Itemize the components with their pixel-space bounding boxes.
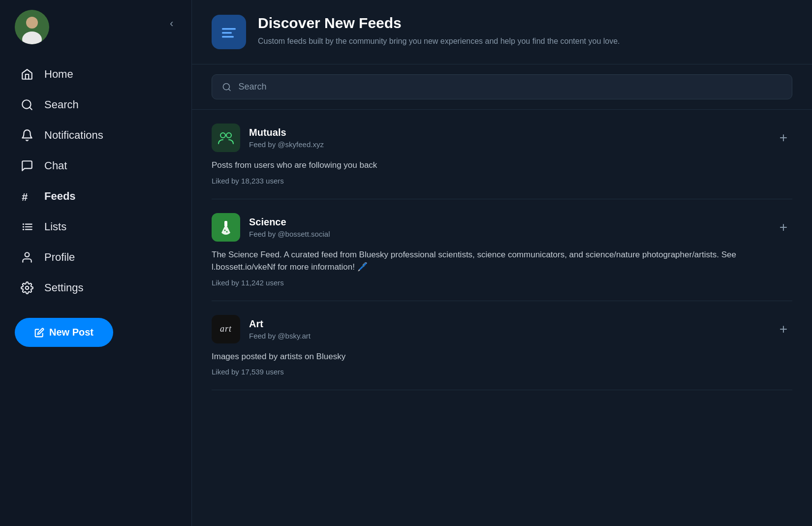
- feed-info-art: art Art Feed by @bsky.art: [212, 315, 311, 343]
- sidebar-item-home-label: Home: [44, 68, 73, 81]
- feed-avatar-science: [212, 213, 240, 242]
- svg-point-21: [226, 133, 231, 138]
- svg-point-20: [220, 133, 225, 138]
- svg-point-24: [226, 231, 228, 232]
- sidebar-item-profile-label: Profile: [44, 251, 75, 264]
- svg-point-23: [224, 229, 226, 231]
- sidebar-item-search-label: Search: [44, 98, 79, 111]
- feed-item-art: art Art Feed by @bsky.art + Images poste…: [212, 301, 792, 391]
- feed-by-mutuals: Feed by @skyfeed.xyz: [249, 140, 324, 149]
- page-description: Custom feeds built by the community brin…: [258, 35, 620, 47]
- svg-point-9: [23, 229, 24, 230]
- feed-by-science: Feed by @bossett.social: [249, 230, 330, 238]
- notifications-icon: [20, 128, 34, 143]
- feed-description-art: Images posted by artists on Bluesky: [212, 350, 792, 363]
- collapse-button[interactable]: ‹: [167, 15, 176, 32]
- discover-feeds-icon: [212, 15, 246, 49]
- sidebar-item-settings-label: Settings: [44, 281, 84, 294]
- sidebar-item-settings[interactable]: Settings: [15, 273, 177, 303]
- search-icon: [20, 97, 34, 112]
- feed-avatar-art: art: [212, 315, 240, 343]
- svg-line-19: [228, 89, 230, 91]
- sidebar-item-chat[interactable]: Chat: [15, 151, 177, 181]
- home-icon: [20, 67, 34, 82]
- svg-text:#: #: [22, 191, 28, 203]
- main-content: Discover New Feeds Custom feeds built by…: [192, 0, 812, 526]
- add-button-art[interactable]: +: [775, 319, 792, 340]
- add-button-mutuals[interactable]: +: [775, 127, 792, 148]
- svg-point-7: [23, 223, 24, 225]
- sidebar-item-notifications[interactable]: Notifications: [15, 120, 177, 151]
- svg-point-8: [23, 226, 24, 227]
- new-post-label: New Post: [49, 327, 94, 338]
- avatar[interactable]: [15, 10, 49, 44]
- feed-name-mutuals: Mutuals: [249, 127, 324, 138]
- sidebar-item-notifications-label: Notifications: [44, 129, 103, 142]
- feeds-icon: #: [20, 189, 34, 204]
- page-header: Discover New Feeds Custom feeds built by…: [192, 0, 812, 64]
- svg-rect-16: [222, 32, 232, 34]
- feed-info-mutuals: Mutuals Feed by @skyfeed.xyz: [212, 124, 324, 152]
- feed-item-science: Science Feed by @bossett.social + The Sc…: [212, 199, 792, 301]
- sidebar-item-feeds[interactable]: # Feeds: [15, 181, 177, 212]
- feed-name-art: Art: [249, 318, 311, 330]
- feed-likes-science: Liked by 11,242 users: [212, 278, 792, 287]
- feed-header-art: art Art Feed by @bsky.art +: [212, 315, 792, 343]
- feed-info-science: Science Feed by @bossett.social: [212, 213, 330, 242]
- feed-item-mutuals: Mutuals Feed by @skyfeed.xyz + Posts fro…: [212, 110, 792, 199]
- profile-icon: [20, 250, 34, 265]
- sidebar-item-lists[interactable]: Lists: [15, 212, 177, 242]
- feed-avatar-mutuals: [212, 124, 240, 152]
- svg-rect-22: [224, 221, 227, 227]
- feed-text-mutuals: Mutuals Feed by @skyfeed.xyz: [249, 127, 324, 149]
- search-container: [192, 64, 812, 110]
- search-box: [212, 74, 792, 99]
- header-text: Discover New Feeds Custom feeds built by…: [258, 15, 620, 47]
- sidebar-item-lists-label: Lists: [44, 220, 66, 233]
- feed-likes-art: Liked by 17,539 users: [212, 368, 792, 376]
- sidebar: ‹ Home: [0, 0, 192, 526]
- sidebar-item-search[interactable]: Search: [15, 90, 177, 120]
- feed-likes-mutuals: Liked by 18,233 users: [212, 177, 792, 185]
- svg-rect-15: [222, 28, 236, 30]
- sidebar-nav: Home Search Notifications: [15, 59, 177, 303]
- lists-icon: [20, 219, 34, 234]
- new-post-button[interactable]: New Post: [15, 318, 113, 347]
- svg-line-5: [30, 107, 32, 110]
- sidebar-item-home[interactable]: Home: [15, 59, 177, 90]
- feed-header-science: Science Feed by @bossett.social +: [212, 213, 792, 242]
- search-box-icon: [222, 82, 231, 92]
- svg-point-14: [26, 286, 29, 290]
- sidebar-item-profile[interactable]: Profile: [15, 242, 177, 273]
- edit-icon: [34, 328, 44, 338]
- svg-point-3: [27, 17, 37, 28]
- settings-icon: [20, 280, 34, 295]
- chat-icon: [20, 158, 34, 173]
- sidebar-item-feeds-label: Feeds: [44, 190, 76, 203]
- feed-name-science: Science: [249, 217, 330, 228]
- feed-description-science: The Science Feed. A curated feed from Bl…: [212, 248, 792, 274]
- feed-list: Mutuals Feed by @skyfeed.xyz + Posts fro…: [192, 110, 812, 390]
- svg-point-13: [25, 252, 30, 257]
- search-input[interactable]: [238, 82, 782, 92]
- feed-header-mutuals: Mutuals Feed by @skyfeed.xyz +: [212, 124, 792, 152]
- svg-rect-17: [222, 36, 234, 38]
- feed-by-art: Feed by @bsky.art: [249, 332, 311, 340]
- page-title: Discover New Feeds: [258, 15, 620, 31]
- feed-text-art: Art Feed by @bsky.art: [249, 318, 311, 340]
- sidebar-item-chat-label: Chat: [44, 159, 67, 172]
- feed-description-mutuals: Posts from users who are following you b…: [212, 159, 792, 172]
- add-button-science[interactable]: +: [775, 217, 792, 238]
- feed-text-science: Science Feed by @bossett.social: [249, 217, 330, 238]
